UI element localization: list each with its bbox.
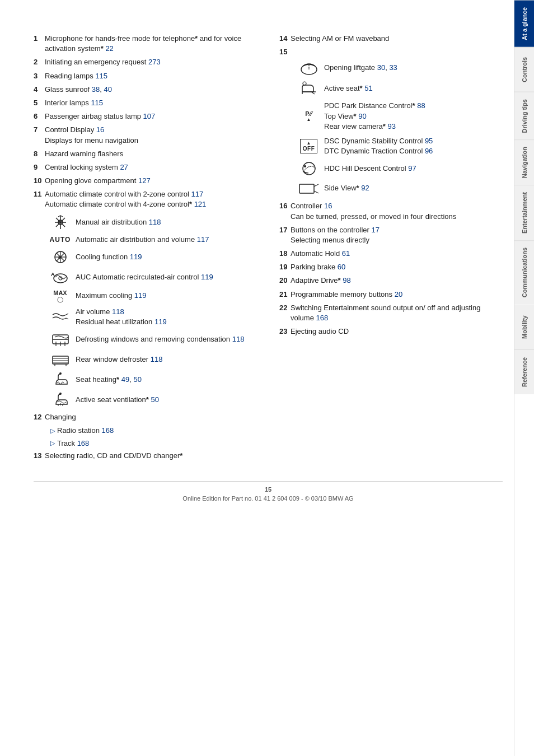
auto-label: Automatic air distribution and volume 11… [76, 235, 257, 245]
item-12-sub-radio: ▷ Radio station 168 [34, 426, 257, 436]
active-seat-label: Active seat* 51 [324, 83, 503, 94]
ref-98[interactable]: 98 [343, 276, 350, 284]
ref-90[interactable]: 90 [358, 112, 366, 120]
item-number-19: 19 [279, 262, 291, 272]
item-9: 9 Central locking system 27 [34, 162, 257, 172]
ref-16b[interactable]: 16 [324, 202, 332, 210]
sub-item-side-view: Side View* 92 [279, 181, 503, 195]
svg-text:❄: ❄ [58, 255, 62, 260]
ref-168c[interactable]: 168 [316, 314, 329, 322]
item-content-16: Controller 16 Can be turned, pressed, or… [291, 201, 503, 221]
ref-50b[interactable]: 50 [151, 395, 158, 404]
item-content-22: Switching Entertainment sound output on/… [291, 303, 503, 323]
ref-115a[interactable]: 115 [95, 72, 107, 80]
ref-33[interactable]: 33 [389, 63, 397, 72]
ref-88[interactable]: 88 [417, 101, 425, 110]
ref-118c[interactable]: 118 [232, 335, 245, 343]
tab-communications[interactable]: Communications [514, 240, 534, 304]
item-number-14: 14 [279, 34, 291, 44]
item-4: 4 Glass sunroof 38, 40 [34, 85, 257, 95]
left-column: 1 Microphone for hands-free mode for tel… [34, 34, 263, 464]
sub-item-active-seat: Active seat* 51 [279, 81, 503, 96]
ref-50a[interactable]: 50 [133, 375, 141, 384]
ref-273[interactable]: 273 [148, 58, 161, 66]
ref-168b[interactable]: 168 [77, 439, 90, 447]
ref-27[interactable]: 27 [120, 163, 128, 171]
item-content-7: Control Display 16 Displays for menu nav… [45, 125, 257, 145]
tab-at-a-glance[interactable]: At a glance [514, 0, 534, 47]
seat-vent-label: Active seat ventilation* 50 [76, 395, 257, 405]
tab-driving-tips[interactable]: Driving tips [514, 92, 534, 140]
item-content-19: Parking brake 60 [291, 262, 503, 272]
item-content-4: Glass sunroof 38, 40 [45, 85, 257, 95]
ref-93[interactable]: 93 [387, 122, 395, 130]
item-10: 10 Opening glove compartment 127 [34, 176, 257, 186]
ref-127[interactable]: 127 [138, 176, 151, 185]
ref-16a[interactable]: 16 [96, 125, 104, 134]
cooling-label: Cooling function 119 [76, 252, 257, 262]
item-number-13: 13 [34, 451, 45, 461]
sub-item-max: MAX ◯ Maximum cooling 119 [39, 290, 257, 302]
ref-97[interactable]: 97 [408, 164, 416, 172]
item-content-11: Automatic climate control with 2-zone co… [45, 189, 257, 209]
ref-40[interactable]: 40 [104, 85, 112, 94]
item-19: 19 Parking brake 60 [279, 262, 503, 272]
item-number-8: 8 [34, 149, 45, 159]
ref-61[interactable]: 61 [342, 249, 350, 258]
item-12: 12 Changing [34, 412, 257, 422]
ref-92[interactable]: 92 [361, 184, 369, 192]
air-vol-icon [45, 309, 76, 325]
arrow-icon-track: ▷ [50, 439, 55, 447]
ref-96[interactable]: 96 [425, 147, 433, 155]
item-content-3: Reading lamps 115 [45, 71, 257, 81]
defrost-label: Defrosting windows and removing condensa… [76, 334, 257, 344]
item-number-17: 17 [279, 225, 291, 245]
ref-168a[interactable]: 168 [102, 426, 114, 435]
item-content-23: Ejecting audio CD [291, 326, 503, 337]
sub-item-cooling: ❄ Cooling function 119 [39, 249, 257, 265]
ref-51[interactable]: 51 [364, 84, 372, 92]
item-number-16: 16 [279, 201, 291, 221]
ref-119a[interactable]: 119 [130, 253, 142, 261]
tab-navigation[interactable]: Navigation [514, 139, 534, 185]
ref-17[interactable]: 17 [372, 226, 380, 234]
item-content-15 [291, 47, 503, 57]
sub-item-seat-heat: Seat heating* 49, 50 [39, 372, 257, 388]
seat-heat-icon [45, 372, 76, 388]
ref-95[interactable]: 95 [425, 137, 433, 145]
ref-119c[interactable]: 119 [134, 291, 147, 300]
item-content-21: Programmable memory buttons 20 [291, 290, 503, 300]
ref-117a[interactable]: 117 [191, 190, 204, 198]
item-content-9: Central locking system 27 [45, 162, 257, 172]
sub-item-pdc: P∕∕ ▲ PDC Park Distance Control* 88 Top … [279, 101, 503, 132]
tab-reference[interactable]: Reference [514, 349, 534, 394]
ref-121[interactable]: 121 [194, 200, 207, 208]
ref-49[interactable]: 49 [121, 375, 129, 384]
ref-118a[interactable]: 118 [149, 218, 161, 226]
sub-item-hdc: HDC Hill Descent Control 97 [279, 161, 503, 176]
ref-117b[interactable]: 117 [197, 235, 209, 244]
sub-item-air-dist: Manual air distribution 118 [39, 214, 257, 230]
item-number-11: 11 [34, 189, 45, 209]
arrow-icon-radio: ▷ [50, 427, 55, 435]
item-3: 3 Reading lamps 115 [34, 71, 257, 81]
ref-118b[interactable]: 118 [112, 307, 124, 316]
ref-119d[interactable]: 119 [154, 318, 167, 326]
tab-entertainment[interactable]: Entertainment [514, 185, 534, 240]
ref-115b[interactable]: 115 [91, 99, 103, 107]
item-5: 5 Interior lamps 115 [34, 98, 257, 108]
ref-107[interactable]: 107 [143, 112, 156, 120]
item-content-14: Selecting AM or FM waveband [291, 34, 503, 44]
ref-20[interactable]: 20 [395, 290, 402, 298]
ref-30[interactable]: 30 [377, 63, 385, 72]
ref-22[interactable]: 22 [105, 44, 113, 53]
two-column-layout: 1 Microphone for hands-free mode for tel… [34, 34, 503, 464]
item-18: 18 Automatic Hold 61 [279, 249, 503, 259]
tab-mobility[interactable]: Mobility [514, 305, 534, 349]
svg-line-38 [314, 184, 318, 186]
tab-controls[interactable]: Controls [514, 47, 534, 92]
ref-119b[interactable]: 119 [201, 273, 213, 281]
ref-60[interactable]: 60 [338, 263, 345, 271]
ref-118d[interactable]: 118 [151, 355, 163, 363]
ref-38[interactable]: 38 [92, 85, 100, 94]
